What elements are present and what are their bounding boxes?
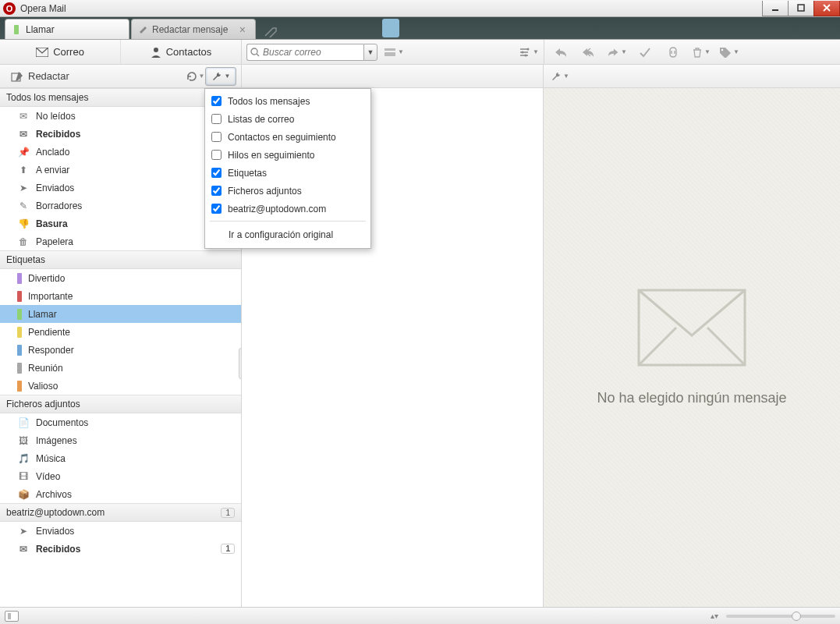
mark-read-button[interactable] <box>635 44 655 61</box>
tab-llamar[interactable]: Llamar <box>5 19 129 39</box>
pin-icon: 📌 <box>17 147 30 158</box>
panel-toggle-button[interactable] <box>5 611 19 622</box>
attach-documents[interactable]: 📄Documentos <box>0 413 241 431</box>
tag-llamar[interactable]: Llamar <box>0 305 241 323</box>
pane-wrench-button[interactable]: ▼ <box>550 68 570 85</box>
zoom-slider[interactable] <box>726 615 835 618</box>
search-icon <box>250 48 260 57</box>
music-icon: 🎵 <box>17 453 30 464</box>
search-field[interactable] <box>263 47 360 58</box>
tag-pendiente[interactable]: Pendiente <box>0 323 241 341</box>
forward-button[interactable]: ▼ <box>607 44 627 61</box>
junk-button[interactable] <box>663 44 683 61</box>
view-mode-button[interactable]: ▼ <box>384 44 404 61</box>
dd-mailing-lists[interactable]: Listas de correo <box>205 110 370 128</box>
dd-account[interactable]: beatriz@uptodown.com <box>205 200 370 218</box>
inbox-icon: ✉ <box>17 544 30 555</box>
pencil-icon <box>138 24 147 35</box>
tag-color-icon <box>17 381 22 392</box>
checkbox[interactable] <box>211 204 222 214</box>
tab-label: Llamar <box>26 24 55 35</box>
envelope-icon: ✉ <box>17 111 30 122</box>
close-button[interactable] <box>813 1 840 16</box>
contacts-label: Contactos <box>166 46 212 58</box>
attach-images[interactable]: 🖼Imágenes <box>0 431 241 449</box>
dd-attachments[interactable]: Ficheros adjuntos <box>205 182 370 200</box>
image-icon: 🖼 <box>17 435 30 446</box>
tag-valioso[interactable]: Valioso <box>0 377 241 395</box>
dd-tags[interactable]: Etiquetas <box>205 164 370 182</box>
person-icon <box>151 47 161 58</box>
svg-rect-6 <box>385 48 395 51</box>
video-icon: 🎞 <box>17 471 30 482</box>
tag-color-icon <box>17 309 22 320</box>
collapse-icon[interactable]: ▴▾ <box>711 612 718 620</box>
checkbox[interactable] <box>211 132 222 142</box>
dd-followed-threads[interactable]: Hilos en seguimiento <box>205 146 370 164</box>
settings-button[interactable]: ▼ <box>519 44 539 61</box>
mail-button[interactable]: Correo <box>0 40 120 64</box>
svg-rect-1 <box>798 5 804 11</box>
delete-button[interactable]: ▼ <box>691 44 711 61</box>
trash-icon: 🗑 <box>17 236 30 247</box>
svg-point-4 <box>154 48 158 52</box>
account-sent[interactable]: ➤Enviados <box>0 522 241 540</box>
draft-icon: ✎ <box>17 200 30 211</box>
attach-video[interactable]: 🎞Vídeo <box>0 467 241 485</box>
zoom-thumb[interactable] <box>792 612 801 621</box>
attach-music[interactable]: 🎵Música <box>0 449 241 467</box>
tab-redactar[interactable]: Redactar mensaje × <box>131 19 256 39</box>
reply-button[interactable] <box>551 44 571 61</box>
search-input[interactable] <box>246 44 363 61</box>
sent-icon: ➤ <box>17 526 30 537</box>
reading-pane: No ha elegido ningún mensaje <box>544 88 840 607</box>
search-dropdown-button[interactable]: ▼ <box>363 44 377 61</box>
wrench-dropdown-button[interactable]: ▼ <box>205 67 236 86</box>
envelope-placeholder-icon <box>637 289 746 367</box>
minimize-button[interactable] <box>762 1 789 16</box>
svg-rect-2 <box>14 25 19 34</box>
tag-icon <box>12 24 21 35</box>
section-account[interactable]: beatriz@uptodown.com1 <box>0 503 241 522</box>
contacts-button[interactable]: Contactos <box>120 40 241 64</box>
dd-reset[interactable]: Ir a configuración original <box>205 225 370 245</box>
top-toolbar: Correo Contactos ▼ ▼ <box>0 40 840 65</box>
inbox-count: 1 <box>221 544 235 554</box>
attach-archives[interactable]: 📦Archivos <box>0 485 241 503</box>
refresh-button[interactable]: ▼ <box>185 68 205 85</box>
tag-reunion[interactable]: Reunión <box>0 359 241 377</box>
section-attachments[interactable]: Ficheros adjuntos <box>0 395 241 413</box>
checkbox[interactable] <box>211 168 222 178</box>
tag-color-icon <box>17 291 22 302</box>
compose-button[interactable]: Redactar <box>5 68 76 84</box>
outbox-icon: ⬆ <box>17 165 30 176</box>
tab-close-icon[interactable]: × <box>232 23 246 36</box>
tag-button[interactable]: ▼ <box>719 44 739 61</box>
reply-all-button[interactable] <box>579 44 599 61</box>
new-tab-button[interactable] <box>262 25 279 39</box>
dd-followed-contacts[interactable]: Contactos en seguimiento <box>205 128 370 146</box>
titlebar: O Opera Mail <box>0 0 840 17</box>
envelope-icon <box>36 48 48 57</box>
svg-point-5 <box>251 48 257 55</box>
tag-color-icon <box>17 273 22 284</box>
checkbox[interactable] <box>211 114 222 124</box>
message-list: Todos los mensajes Listas de correo Cont… <box>242 88 544 607</box>
tag-divertido[interactable]: Divertido <box>0 269 241 287</box>
svg-point-9 <box>522 51 524 53</box>
document-icon: 📄 <box>17 417 30 428</box>
svg-rect-7 <box>385 52 395 56</box>
section-tags[interactable]: Etiquetas <box>0 250 241 269</box>
tag-importante[interactable]: Importante <box>0 287 241 305</box>
checkbox[interactable] <box>211 150 222 160</box>
app-title: Opera Mail <box>20 3 66 14</box>
account-inbox[interactable]: ✉Recibidos1 <box>0 540 241 558</box>
checkbox[interactable] <box>211 186 222 196</box>
maximize-button[interactable] <box>788 1 814 16</box>
dd-all-messages[interactable]: Todos los mensajes <box>205 92 370 110</box>
checkbox[interactable] <box>211 96 222 106</box>
inbox-icon: ✉ <box>17 129 30 140</box>
archive-icon: 📦 <box>17 489 30 500</box>
tag-responder[interactable]: Responder <box>0 341 241 359</box>
tag-color-icon <box>17 345 22 356</box>
